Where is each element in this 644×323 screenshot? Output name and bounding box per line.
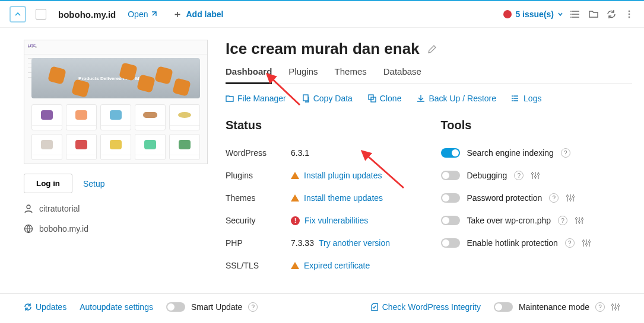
- more-icon[interactable]: [624, 9, 635, 20]
- try-another-php-link[interactable]: Try another version: [319, 238, 390, 248]
- svg-point-24: [582, 218, 583, 220]
- domain-row: boboho.my.id: [24, 224, 208, 234]
- svg-point-5: [629, 17, 630, 18]
- status-wordpress-label: WordPress: [226, 148, 291, 158]
- svg-point-22: [576, 218, 578, 219]
- tab-database[interactable]: Database: [383, 66, 421, 84]
- status-heading: Status: [226, 119, 417, 132]
- svg-point-30: [617, 305, 619, 306]
- help-icon[interactable]: ?: [248, 302, 258, 312]
- svg-point-23: [579, 220, 580, 222]
- file-manager-link[interactable]: File Manager: [226, 94, 286, 103]
- page-title: Ice cream murah dan enak: [226, 40, 420, 58]
- wpcron-label: Take over wp-cron.php: [467, 216, 551, 225]
- hotlink-label: Enable hotlink protection: [467, 238, 558, 248]
- critical-icon: !: [291, 216, 300, 225]
- help-icon[interactable]: ?: [549, 193, 559, 203]
- status-plugins-label: Plugins: [226, 171, 291, 180]
- svg-point-20: [570, 198, 572, 200]
- settings-sliders-icon[interactable]: [531, 171, 540, 180]
- maintenance-mode-toggle[interactable]: [494, 302, 513, 312]
- check-wp-integrity-link[interactable]: Check WordPress Integrity: [370, 302, 481, 312]
- debugging-label: Debugging: [467, 171, 507, 180]
- collapse-toggle[interactable]: [9, 6, 26, 23]
- expired-cert-link[interactable]: Expired certificate: [304, 261, 370, 270]
- install-theme-updates-link[interactable]: Install theme updates: [304, 193, 383, 203]
- copy-data-link[interactable]: Copy Data: [302, 94, 353, 103]
- svg-point-1: [570, 14, 572, 15]
- svg-point-15: [512, 100, 513, 101]
- svg-point-18: [538, 173, 540, 175]
- alert-icon: [503, 10, 512, 18]
- settings-sliders-icon[interactable]: [575, 216, 584, 225]
- svg-point-3: [629, 11, 630, 12]
- autoupdate-settings-link[interactable]: Autoupdate settings: [80, 302, 153, 312]
- search-engine-indexing-label: Search engine indexing: [467, 148, 554, 158]
- svg-point-19: [567, 195, 569, 197]
- backup-restore-link[interactable]: Back Up / Restore: [417, 94, 496, 103]
- settings-sliders-icon[interactable]: [611, 302, 620, 312]
- select-site-checkbox[interactable]: [36, 9, 46, 20]
- edit-title-icon[interactable]: [427, 44, 437, 55]
- settings-sliders-icon[interactable]: [566, 193, 575, 203]
- svg-point-2: [570, 17, 572, 18]
- smart-update-label: Smart Update: [191, 302, 242, 312]
- wpcron-toggle[interactable]: [441, 216, 460, 225]
- svg-point-8: [27, 205, 30, 209]
- smart-update-toggle[interactable]: [166, 302, 185, 312]
- debugging-toggle[interactable]: [441, 171, 460, 180]
- svg-rect-10: [303, 95, 308, 101]
- status-themes-label: Themes: [226, 193, 291, 203]
- svg-point-16: [532, 172, 534, 174]
- warning-icon: [291, 172, 299, 179]
- login-button[interactable]: Log in: [24, 174, 72, 193]
- folder-icon[interactable]: [588, 9, 599, 20]
- search-engine-indexing-toggle[interactable]: [441, 148, 460, 158]
- clone-link[interactable]: Clone: [368, 94, 402, 103]
- tab-dashboard[interactable]: Dashboard: [226, 66, 272, 84]
- setup-link[interactable]: Setup: [83, 179, 105, 188]
- help-icon[interactable]: ?: [595, 302, 605, 312]
- list-view-icon[interactable]: [570, 9, 581, 20]
- password-protection-label: Password protection: [467, 193, 543, 203]
- php-version: 7.3.33: [291, 238, 314, 248]
- status-ssl-label: SSL/TLS: [226, 261, 291, 270]
- svg-point-28: [611, 304, 613, 306]
- tab-themes[interactable]: Themes: [335, 66, 367, 84]
- site-domain: boboho.my.id: [58, 9, 116, 20]
- site-thumbnail[interactable]: LITE —————————— Products Delivered in 90…: [24, 40, 208, 164]
- refresh-icon[interactable]: [606, 9, 617, 20]
- status-security-label: Security: [226, 216, 291, 225]
- maintenance-mode-label: Maintenance mode: [519, 302, 589, 312]
- updates-link[interactable]: Updates: [24, 302, 66, 312]
- password-protection-toggle[interactable]: [441, 193, 460, 203]
- svg-point-27: [588, 241, 590, 242]
- svg-point-21: [573, 196, 575, 197]
- svg-point-14: [512, 98, 513, 99]
- svg-point-25: [582, 240, 584, 242]
- status-php-label: PHP: [226, 238, 291, 248]
- svg-point-29: [614, 307, 616, 309]
- settings-sliders-icon[interactable]: [582, 238, 591, 248]
- install-plugin-updates-link[interactable]: Install plugin updates: [304, 171, 382, 180]
- open-site-link[interactable]: Open: [128, 9, 157, 19]
- tab-plugins[interactable]: Plugins: [288, 66, 318, 84]
- svg-point-0: [570, 11, 572, 12]
- help-icon[interactable]: ?: [561, 148, 570, 158]
- warning-icon: [291, 262, 299, 269]
- issues-dropdown[interactable]: 5 issue(s): [503, 9, 563, 19]
- help-icon[interactable]: ?: [565, 238, 575, 248]
- add-label-button[interactable]: ＋ Add label: [173, 8, 223, 21]
- status-wordpress-value: 6.3.1: [291, 148, 309, 158]
- fix-vulnerabilities-link[interactable]: Fix vulnerabilities: [304, 216, 368, 225]
- warning-icon: [291, 194, 299, 202]
- svg-point-13: [512, 95, 513, 97]
- tools-heading: Tools: [441, 119, 633, 132]
- svg-point-4: [629, 14, 630, 15]
- help-icon[interactable]: ?: [514, 171, 524, 180]
- hotlink-toggle[interactable]: [441, 238, 460, 248]
- svg-point-17: [535, 175, 537, 177]
- svg-point-26: [585, 243, 587, 245]
- help-icon[interactable]: ?: [558, 216, 567, 225]
- logs-link[interactable]: Logs: [512, 94, 541, 103]
